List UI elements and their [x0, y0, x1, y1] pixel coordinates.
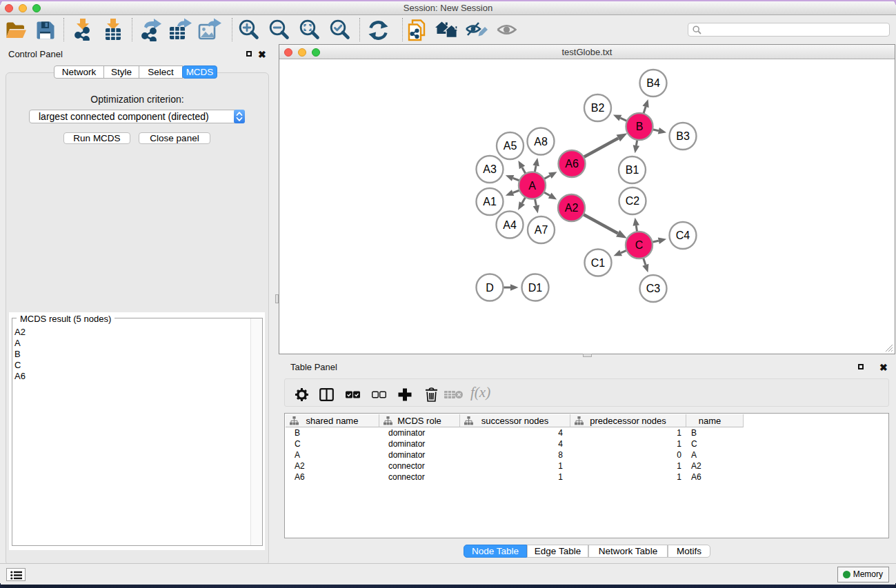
svg-text:B4: B4 — [646, 77, 660, 89]
svg-text:D: D — [486, 282, 494, 294]
svg-text:D1: D1 — [528, 282, 543, 294]
svg-text:B1: B1 — [626, 164, 639, 176]
svg-text:B: B — [636, 121, 644, 132]
svg-text:C3: C3 — [646, 283, 661, 294]
svg-text:B2: B2 — [591, 102, 605, 114]
svg-text:A6: A6 — [565, 158, 579, 170]
svg-text:A2: A2 — [565, 202, 579, 214]
svg-text:C: C — [635, 239, 644, 251]
svg-text:A4: A4 — [503, 219, 517, 231]
svg-text:A1: A1 — [483, 196, 497, 207]
svg-text:A7: A7 — [535, 224, 548, 236]
svg-text:A3: A3 — [483, 163, 497, 175]
svg-text:C4: C4 — [676, 230, 690, 241]
svg-text:C1: C1 — [591, 257, 606, 269]
svg-text:A5: A5 — [504, 140, 517, 152]
svg-text:A: A — [528, 180, 536, 192]
svg-text:C2: C2 — [626, 195, 640, 207]
svg-text:A8: A8 — [534, 136, 548, 148]
svg-text:B3: B3 — [676, 130, 690, 142]
